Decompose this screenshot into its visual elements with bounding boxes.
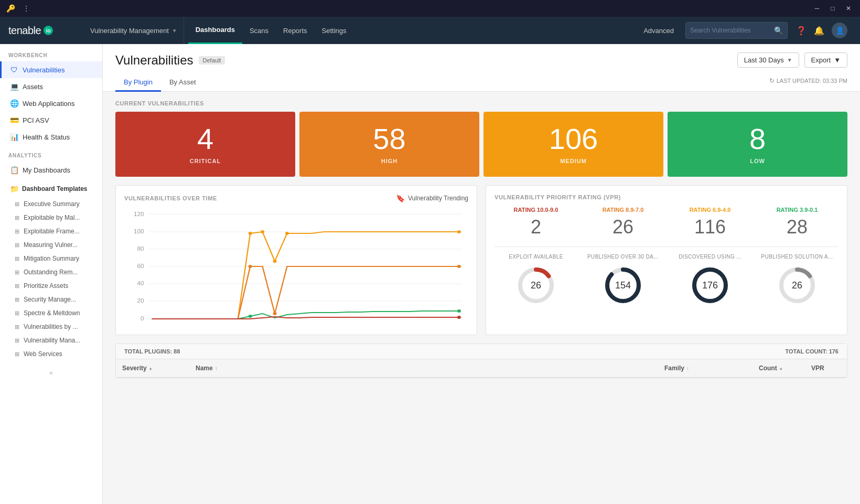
vpr-stat-exploit-available[interactable]: EXPLOIT AVAILABLE 26: [494, 253, 577, 306]
nav-action-icons: ❓ 🔔 👤: [792, 23, 852, 38]
vpr-stat-discovered[interactable]: DISCOVERED USING ... 176: [669, 253, 751, 306]
time-filter-label: Last 30 Days: [744, 56, 784, 64]
chart-dot: [273, 312, 276, 315]
chart-header: VULNERABILITIES OVER TIME 🔖 Vulnerabilit…: [124, 194, 468, 202]
vpr-stat-published-30[interactable]: PUBLISHED OVER 30 DA... 154: [582, 253, 664, 306]
svg-text:80: 80: [137, 246, 144, 252]
notifications-icon[interactable]: 🔔: [814, 26, 824, 36]
sidebar-sub-item-web-services[interactable]: ⊞ Web Services: [0, 347, 102, 361]
vuln-card-medium[interactable]: 106 MEDIUM: [483, 112, 663, 177]
sidebar-item-vulnerabilities[interactable]: 🛡 Vulnerabilities: [0, 61, 102, 78]
th-name[interactable]: Name ↑: [189, 359, 658, 377]
sidebar-sub-item-outstanding-rem[interactable]: ⊞ Outstanding Rem...: [0, 265, 102, 279]
health-status-icon: 📊: [10, 133, 18, 141]
sidebar-item-pci-asv[interactable]: 💳 PCI ASV: [0, 112, 102, 128]
svg-text:40: 40: [137, 281, 144, 286]
page-title: Vulnerabilities: [115, 53, 194, 68]
sidebar-sub-item-prioritize-assets[interactable]: ⊞ Prioritize Assets: [0, 279, 102, 293]
sidebar-sub-item-exploitable-mal[interactable]: ⊞ Exploitable by Mal...: [0, 211, 102, 224]
sidebar-sub-item-vulnerabilities-by[interactable]: ⊞ Vulnerabilities by ...: [0, 320, 102, 334]
sidebar-templates-header[interactable]: 📁 Dashboard Templates: [0, 178, 102, 197]
grid-icon-11: ⊞: [15, 351, 19, 358]
minimize-button[interactable]: ─: [812, 5, 822, 12]
sidebar-sub-item-security-manage[interactable]: ⊞ Security Manage...: [0, 293, 102, 306]
sidebar-sub-item-vulnerability-mana[interactable]: ⊞ Vulnerability Mana...: [0, 334, 102, 347]
sidebar-sub-item-executive-summary[interactable]: ⊞ Executive Summary: [0, 197, 102, 211]
vpr-rating-high-critical[interactable]: RATING 10.0-9.0 2: [494, 207, 577, 238]
advanced-link[interactable]: Advanced: [636, 27, 681, 35]
analytics-label: ANALYTICS: [0, 145, 102, 162]
page-title-row: Vulnerabilities Default: [115, 53, 225, 68]
bottom-panels: VULNERABILITIES OVER TIME 🔖 Vulnerabilit…: [115, 185, 847, 335]
search-icon[interactable]: 🔍: [774, 26, 783, 35]
product-dropdown[interactable]: Vulnerability Management ▼: [84, 17, 184, 44]
donut-solution: 26: [776, 264, 818, 306]
donut-number-0: 26: [531, 280, 541, 291]
sidebar-item-my-dashboards[interactable]: 📋 My Dashboards: [0, 162, 102, 178]
vpr-stats: EXPLOIT AVAILABLE 26 PUBLISHE: [494, 253, 838, 306]
sidebar-sub-item-exploitable-frame[interactable]: ⊞ Exploitable Frame...: [0, 224, 102, 238]
chart-dot: [249, 315, 252, 318]
vpr-stat-published-solution[interactable]: PUBLISHED SOLUTION A... 26: [756, 253, 838, 306]
chart-dot: [457, 309, 461, 313]
nav-item-reports[interactable]: Reports: [276, 17, 315, 44]
th-severity-label: Severity: [122, 364, 147, 372]
main-layout: WORKBENCH 🛡 Vulnerabilities 💻 Assets 🌐 W…: [0, 44, 860, 504]
export-button[interactable]: Export ▼: [804, 52, 847, 68]
search-input[interactable]: [690, 27, 774, 34]
svg-text:0: 0: [141, 316, 144, 321]
vpr-rating-label-2: RATING 6.9-4.0: [669, 207, 751, 213]
nav-item-settings[interactable]: Settings: [315, 17, 354, 44]
nav-item-scans[interactable]: Scans: [242, 17, 276, 44]
tab-by-plugin[interactable]: By Plugin: [115, 74, 161, 92]
maximize-button[interactable]: □: [827, 5, 838, 12]
donut-number-3: 26: [792, 280, 802, 291]
th-count[interactable]: Count ⬧: [752, 359, 805, 377]
tab-by-asset[interactable]: By Asset: [161, 74, 205, 92]
th-count-sort: ⬧: [779, 366, 782, 371]
sidebar-item-pci-asv-label: PCI ASV: [23, 116, 49, 124]
time-filter-button[interactable]: Last 30 Days ▼: [737, 52, 799, 68]
menu-icon[interactable]: ⋮: [23, 4, 30, 13]
chart-legend-label: Vulnerability Trending: [408, 195, 468, 202]
sidebar-item-vulnerabilities-label: Vulnerabilities: [23, 66, 64, 74]
help-icon[interactable]: ❓: [796, 26, 807, 36]
grid-icon-1: ⊞: [15, 215, 19, 221]
user-avatar[interactable]: 👤: [832, 23, 847, 38]
vuln-card-high[interactable]: 58 HIGH: [299, 112, 479, 177]
sidebar-sub-item-mitigation-summary[interactable]: ⊞ Mitigation Summary: [0, 252, 102, 265]
logo[interactable]: tenableio: [8, 25, 71, 37]
donut-exploit: 26: [515, 264, 557, 306]
th-family[interactable]: Family ↑: [658, 359, 752, 377]
donut-number-2: 176: [702, 280, 718, 291]
templates-label: Dashboard Templates: [22, 185, 87, 192]
vpr-stat-label-0: EXPLOIT AVAILABLE: [494, 253, 577, 260]
sidebar-sub-item-measuring-vulner[interactable]: ⊞ Measuring Vulner...: [0, 238, 102, 252]
vuln-card-critical[interactable]: 4 CRITICAL: [115, 112, 295, 177]
sidebar-sub-item-spectre-meltdown[interactable]: ⊞ Spectre & Meltdown: [0, 306, 102, 320]
nav-item-dashboards[interactable]: Dashboards: [188, 17, 242, 44]
vpr-stat-label-1: PUBLISHED OVER 30 DA...: [582, 253, 664, 260]
sidebar-item-health-status[interactable]: 📊 Health & Status: [0, 128, 102, 145]
sidebar-item-assets[interactable]: 💻 Assets: [0, 78, 102, 95]
grid-icon-5: ⊞: [15, 269, 19, 276]
th-severity[interactable]: Severity ⬧: [116, 359, 189, 377]
workbench-label: WORKBENCH: [0, 44, 102, 61]
chart-dot: [261, 230, 264, 233]
vpr-rating-high[interactable]: RATING 8.9-7.0 26: [582, 207, 664, 238]
critical-line: [152, 317, 459, 319]
grid-icon-6: ⊞: [15, 283, 19, 289]
vpr-stat-label-3: PUBLISHED SOLUTION A...: [756, 253, 838, 260]
vpr-rating-low[interactable]: RATING 3.9-0.1 28: [756, 207, 838, 238]
sidebar-collapse-button[interactable]: «: [0, 365, 102, 381]
donut-number-1: 154: [615, 280, 631, 291]
vuln-card-low[interactable]: 8 LOW: [668, 112, 847, 177]
vulnerabilities-icon: 🛡: [10, 66, 18, 74]
key-icon[interactable]: 🔑: [6, 4, 15, 13]
sidebar-item-web-applications[interactable]: 🌐 Web Applications: [0, 95, 102, 112]
vpr-rating-medium[interactable]: RATING 6.9-4.0 116: [669, 207, 751, 238]
current-vulnerabilities-label: CURRENT VULNERABILITIES: [115, 100, 847, 106]
pci-asv-icon: 💳: [10, 116, 18, 124]
close-button[interactable]: ✕: [843, 5, 854, 12]
sidebar-item-web-applications-label: Web Applications: [23, 100, 75, 108]
